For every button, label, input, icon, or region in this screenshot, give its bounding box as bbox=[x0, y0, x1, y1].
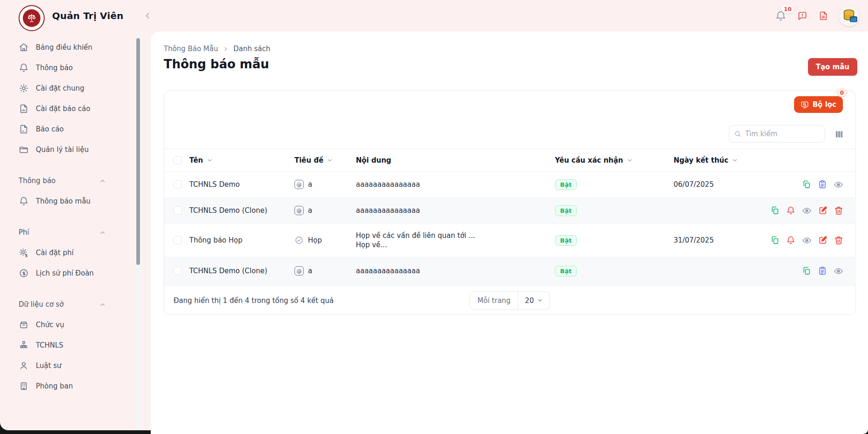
sidebar-item-reports[interactable]: Báo cáo bbox=[0, 119, 135, 139]
row-checkbox[interactable] bbox=[174, 267, 182, 275]
cell-end-date: 06/07/2025 bbox=[674, 171, 783, 197]
sidebar-item-departments[interactable]: Phòng ban bbox=[0, 376, 135, 396]
cell-content: aaaaaaaaaaaaaaa bbox=[356, 257, 555, 285]
edit-button[interactable] bbox=[818, 236, 828, 245]
app-logo bbox=[19, 5, 45, 31]
view-button[interactable] bbox=[802, 236, 812, 245]
edit-button[interactable] bbox=[818, 206, 828, 215]
notifications-button[interactable]: 10 bbox=[775, 10, 787, 22]
eye-icon bbox=[802, 206, 812, 216]
sidebar-item-notification-templates[interactable]: Thông báo mẫu bbox=[0, 191, 135, 211]
filter-count-badge: 0 bbox=[837, 89, 847, 97]
copy-button[interactable] bbox=[802, 266, 811, 276]
sidebar-item-fee-settings[interactable]: $ Cài đặt phí bbox=[0, 243, 135, 263]
sidebar-collapse-button[interactable] bbox=[143, 11, 152, 20]
copy-icon bbox=[770, 206, 780, 215]
row-checkbox[interactable] bbox=[174, 236, 182, 244]
columns-icon bbox=[835, 130, 844, 139]
chevron-left-icon bbox=[143, 11, 152, 20]
building-icon bbox=[19, 381, 29, 391]
section-title: Phí bbox=[19, 228, 29, 237]
sort-chevron-icon bbox=[627, 157, 633, 164]
sidebar-item-notifications[interactable]: Thông báo bbox=[0, 58, 135, 78]
column-header-content[interactable]: Nội dung bbox=[356, 156, 551, 164]
sidebar-item-documents[interactable]: Quản lý tài liệu bbox=[0, 139, 135, 160]
copy-button[interactable] bbox=[802, 180, 811, 189]
breadcrumb-item-list[interactable]: Danh sách bbox=[234, 45, 270, 53]
feedback-button[interactable] bbox=[797, 10, 808, 21]
at-badge-icon: @ bbox=[294, 206, 304, 215]
cell-end-date bbox=[674, 197, 783, 224]
column-header-title[interactable]: Tiêu đề bbox=[294, 156, 352, 164]
search-icon bbox=[734, 130, 741, 138]
sidebar-section-notifications[interactable]: Thông báo bbox=[0, 171, 135, 191]
table-row: TCHNLS Demo @a aaaaaaaaaaaaaaa Bật 06/07… bbox=[164, 171, 856, 197]
sidebar-item-label: Cài đặt báo cáo bbox=[36, 105, 90, 113]
copy-button[interactable] bbox=[770, 206, 780, 215]
clipboard-button[interactable] bbox=[818, 180, 827, 189]
sidebar-item-label: Bảng điều khiển bbox=[36, 43, 93, 52]
sidebar-item-tchnls[interactable]: TCHNLS bbox=[0, 335, 135, 355]
column-header-name[interactable]: Tên bbox=[189, 156, 291, 164]
sidebar-item-lawyers[interactable]: Luật sư bbox=[0, 355, 135, 376]
svg-text:$: $ bbox=[25, 253, 28, 258]
view-button[interactable] bbox=[802, 206, 812, 216]
view-button[interactable] bbox=[834, 180, 843, 190]
main-content: Thông Báo Mẫu Danh sách Thông báo mẫu Tạ… bbox=[151, 32, 868, 434]
search-input[interactable] bbox=[745, 130, 820, 138]
cell-end-date bbox=[674, 257, 783, 285]
breadcrumb-item-templates[interactable]: Thông Báo Mẫu bbox=[164, 45, 218, 53]
column-header-confirm[interactable]: Yêu cầu xác nhận bbox=[555, 156, 670, 164]
table-row: TCHNLS Demo (Clone) @a aaaaaaaaaaaaaaa B… bbox=[164, 257, 856, 285]
sidebar-scrollbar-track[interactable] bbox=[135, 33, 141, 429]
notify-button[interactable] bbox=[786, 206, 795, 215]
sidebar-section-master-data[interactable]: Dữ liệu cơ sở bbox=[0, 294, 135, 315]
list-card: 0 Bộ lọc Tên Tiêu đề Nội dun bbox=[164, 90, 856, 315]
search-box bbox=[729, 125, 825, 143]
user-avatar[interactable] bbox=[839, 6, 860, 26]
notify-button[interactable] bbox=[786, 236, 795, 245]
clipboard-icon bbox=[818, 180, 827, 189]
column-header-end-date[interactable]: Ngày kết thúc bbox=[674, 156, 779, 164]
page-size-select[interactable]: 20 bbox=[518, 292, 550, 309]
page-size-label: Mỗi trang bbox=[470, 292, 518, 309]
sidebar-item-dashboard[interactable]: Bảng điều khiển bbox=[0, 37, 135, 58]
search-row bbox=[164, 119, 855, 149]
sidebar-item-positions[interactable]: Chức vụ bbox=[0, 315, 135, 335]
chevron-up-icon bbox=[99, 229, 106, 236]
edit-icon bbox=[818, 236, 828, 245]
section-title: Thông báo bbox=[19, 177, 56, 185]
folder-icon bbox=[19, 145, 29, 155]
clipboard-button[interactable] bbox=[818, 266, 827, 276]
create-template-button[interactable]: Tạo mẫu bbox=[808, 58, 857, 76]
sidebar-item-union-fee-history[interactable]: $ Lịch sử phí Đoàn bbox=[0, 263, 135, 283]
view-button[interactable] bbox=[834, 266, 843, 276]
select-all-checkbox[interactable] bbox=[174, 156, 182, 164]
copy-button[interactable] bbox=[770, 236, 780, 245]
chevron-up-icon bbox=[99, 301, 106, 308]
column-settings-button[interactable] bbox=[835, 130, 844, 139]
row-checkbox[interactable] bbox=[174, 180, 182, 189]
sidebar-section-fees[interactable]: Phí bbox=[0, 222, 135, 243]
cell-name: TCHNLS Demo (Clone) bbox=[189, 197, 294, 224]
row-checkbox[interactable] bbox=[174, 206, 182, 215]
sidebar-item-report-settings[interactable]: Cài đặt báo cáo bbox=[0, 99, 135, 119]
delete-button[interactable] bbox=[834, 236, 843, 245]
cell-title: a bbox=[308, 206, 312, 215]
topbar: Quản Trị Viên 10 bbox=[0, 0, 868, 32]
page-size-value: 20 bbox=[525, 296, 534, 305]
gear-dollar-icon: $ bbox=[19, 248, 29, 258]
cell-content: aaaaaaaaaaaaaaa bbox=[356, 171, 555, 197]
filter-button[interactable]: Bộ lọc bbox=[794, 96, 843, 113]
sidebar-scrollbar-thumb[interactable] bbox=[136, 38, 140, 265]
clipboard-icon bbox=[818, 266, 827, 276]
notification-count-badge: 10 bbox=[781, 6, 794, 13]
sort-chevron-icon bbox=[207, 157, 213, 164]
copy-icon bbox=[770, 236, 780, 245]
documents-button[interactable] bbox=[818, 10, 828, 21]
page-size-control: Mỗi trang 20 bbox=[469, 291, 550, 310]
coins-folder-avatar-icon bbox=[841, 7, 858, 25]
delete-button[interactable] bbox=[834, 206, 843, 215]
sidebar-item-general-settings[interactable]: Cài đặt chung bbox=[0, 78, 135, 99]
sidebar-item-label: Luật sư bbox=[36, 362, 61, 370]
